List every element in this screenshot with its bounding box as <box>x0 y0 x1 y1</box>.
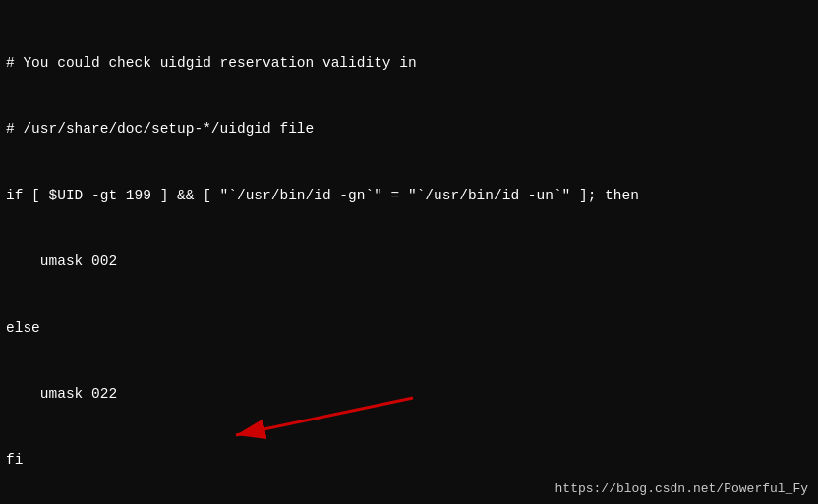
watermark: https://blog.csdn.net/Powerful_Fy <box>555 481 808 496</box>
line-5: else <box>6 317 812 339</box>
terminal: # You could check uidgid reservation val… <box>0 0 818 504</box>
line-1: # You could check uidgid reservation val… <box>6 52 812 74</box>
line-4: umask 002 <box>6 251 812 272</box>
line-2: # /usr/share/doc/setup-*/uidgid file <box>6 118 812 140</box>
line-3: if [ $UID -gt 199 ] && [ "`/usr/bin/id -… <box>6 185 812 206</box>
code-content: # You could check uidgid reservation val… <box>6 8 812 504</box>
line-7: fi <box>6 449 812 471</box>
line-6: umask 022 <box>6 383 812 405</box>
